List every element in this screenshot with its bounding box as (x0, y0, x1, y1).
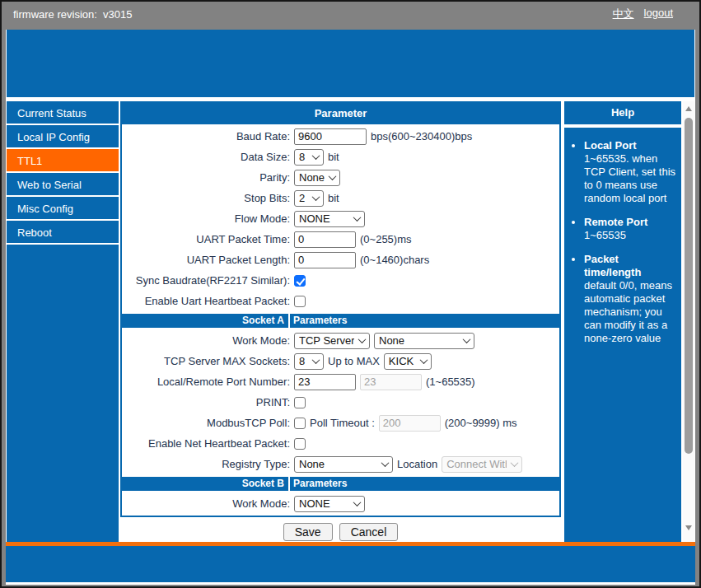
port-number-row: Local/Remote Port Number: (1~65535) (122, 371, 559, 392)
max-sockets-row: TCP Server MAX Sockets: 8 Up to MAX KICK (122, 351, 559, 371)
stop-bits-row: Stop Bits: 2 bit (122, 188, 559, 208)
uart-packet-length-label: UART Packet Length: (122, 254, 290, 266)
uart-packet-time-suffix: (0~255)ms (360, 233, 412, 245)
socket-b-section-header: Socket B Parameters (122, 477, 559, 491)
chevron-down-icon (463, 335, 471, 343)
help-item-remote-port: Remote Port 1~65535 (584, 216, 676, 242)
print-checkbox[interactable] (294, 397, 306, 408)
work-mode-b-select[interactable]: NONE (294, 496, 365, 512)
scroll-up-arrow-icon[interactable] (685, 106, 692, 111)
registry-type-row: Registry Type: None Location Connect Wit… (122, 454, 559, 474)
modbus-poll-label: ModbusTCP Poll: (122, 417, 290, 429)
chevron-down-icon (353, 213, 362, 222)
parameter-panel-title: Parameter (122, 103, 559, 124)
help-panel-body: Local Port 1~65535. when TCP Client, set… (564, 128, 681, 542)
location-select: Connect With (442, 456, 522, 473)
parity-select[interactable]: None (294, 170, 340, 186)
sidebar-item-current-status[interactable]: Current Status (7, 101, 119, 125)
stop-bits-select[interactable]: 2 (294, 190, 324, 207)
poll-timeout-suffix: (200~9999) ms (445, 417, 517, 429)
remote-port-input (360, 374, 422, 390)
baud-rate-row: Baud Rate: bps(600~230400)bps (122, 126, 559, 147)
chevron-down-icon (312, 356, 320, 364)
data-size-suffix: bit (328, 151, 339, 163)
sync-baudrate-row: Sync Baudrate(RF2217 Similar): (122, 270, 559, 291)
poll-timeout-label: Poll Timeout : (310, 417, 375, 429)
uart-packet-time-label: UART Packet Time: (122, 233, 290, 245)
max-sockets-mid-label: Up to MAX (328, 355, 380, 367)
stop-bits-label: Stop Bits: (122, 192, 290, 204)
vertical-scrollbar[interactable] (683, 101, 694, 542)
uart-packet-length-input[interactable] (294, 252, 356, 268)
poll-timeout-input (379, 415, 441, 432)
parameter-form: Parameter Baud Rate: bps(600~230400)bps … (120, 101, 561, 517)
help-item-local-port: Local Port 1~65535. when TCP Client, set… (584, 139, 676, 205)
parity-label: Parity: (122, 171, 290, 184)
work-mode-b-label: Work Mode: (122, 497, 290, 510)
port-number-suffix: (1~65535) (426, 376, 475, 388)
baud-rate-input[interactable] (294, 128, 367, 145)
sync-baudrate-checkbox[interactable] (294, 275, 306, 287)
work-mode-b-row: Work Mode: NONE (122, 493, 559, 514)
scroll-down-arrow-icon[interactable] (685, 525, 692, 530)
work-mode-select[interactable]: TCP Server (294, 333, 370, 349)
chevron-down-icon (381, 459, 390, 467)
chevron-down-icon (419, 356, 428, 364)
sidebar-item-web-to-serial[interactable]: Web to Serial (7, 173, 119, 197)
work-mode-a-label: Work Mode: (122, 334, 290, 347)
top-bar: firmware revision: v3015 中文 logout (2, 2, 699, 26)
sidebar-item-ttl1[interactable]: TTL1 (7, 149, 119, 173)
flow-mode-select[interactable]: NONE (294, 211, 365, 227)
help-panel: Help Local Port 1~65535. when TCP Client… (564, 101, 681, 542)
flow-mode-label: Flow Mode: (122, 212, 290, 225)
registry-type-select[interactable]: None (294, 456, 393, 473)
chevron-down-icon (358, 335, 367, 343)
modbus-poll-checkbox[interactable] (294, 418, 306, 429)
sidebar-item-misc-config[interactable]: Misc Config (7, 197, 119, 221)
chevron-down-icon (329, 172, 337, 180)
work-submode-select[interactable]: None (374, 333, 474, 349)
data-size-select[interactable]: 8 (294, 149, 324, 166)
help-panel-title: Help (564, 101, 681, 124)
firmware-revision-label: firmware revision: v3015 (13, 8, 133, 21)
help-item-packet-time-length: Packet time/length default 0/0, means au… (584, 253, 676, 345)
data-size-label: Data Size: (122, 151, 290, 163)
uart-heartbeat-checkbox[interactable] (294, 296, 306, 307)
uart-heartbeat-row: Enable Uart Heartbeat Packet: (122, 291, 559, 311)
net-heartbeat-checkbox[interactable] (294, 438, 306, 450)
baud-rate-label: Baud Rate: (122, 130, 290, 142)
uart-packet-time-row: UART Packet Time: (0~255)ms (122, 229, 559, 250)
chevron-down-icon (312, 193, 320, 201)
net-heartbeat-row: Enable Net Heartbeat Packet: (122, 433, 559, 454)
logout-link[interactable]: logout (644, 7, 673, 21)
max-sockets-select[interactable]: 8 (294, 353, 324, 370)
data-size-row: Data Size: 8 bit (122, 147, 559, 167)
chevron-down-icon (353, 498, 362, 506)
footer-banner (6, 546, 695, 582)
uart-packet-length-row: UART Packet Length: (0~1460)chars (122, 250, 559, 270)
uart-packet-time-input[interactable] (294, 231, 356, 248)
local-port-input[interactable] (294, 374, 356, 390)
print-row: PRINT: (122, 392, 559, 413)
uart-heartbeat-label: Enable Uart Heartbeat Packet: (122, 295, 290, 307)
chevron-down-icon (312, 152, 320, 160)
sidebar-item-reboot[interactable]: Reboot (7, 221, 119, 245)
cancel-button[interactable]: Cancel (339, 523, 399, 541)
scrollbar-thumb[interactable] (685, 118, 693, 454)
uart-packet-length-suffix: (0~1460)chars (360, 254, 429, 266)
header-banner (7, 30, 694, 97)
stop-bits-suffix: bit (328, 192, 339, 204)
content-panel: Current Status Local IP Config TTL1 Web … (6, 30, 695, 585)
sidebar-nav: Current Status Local IP Config TTL1 Web … (7, 101, 119, 542)
registry-type-label: Registry Type: (122, 458, 290, 470)
sidebar-item-local-ip-config[interactable]: Local IP Config (7, 125, 119, 149)
kick-policy-select[interactable]: KICK (384, 353, 432, 370)
language-link[interactable]: 中文 (613, 7, 634, 21)
form-actions: Save Cancel (120, 523, 561, 541)
app-window: firmware revision: v3015 中文 logout Curre… (0, 0, 701, 588)
print-label: PRINT: (122, 396, 290, 408)
location-label: Location (397, 458, 437, 470)
save-button[interactable]: Save (283, 523, 333, 541)
flow-mode-row: Flow Mode: NONE (122, 208, 559, 229)
work-mode-a-row: Work Mode: TCP Server None (122, 330, 559, 351)
